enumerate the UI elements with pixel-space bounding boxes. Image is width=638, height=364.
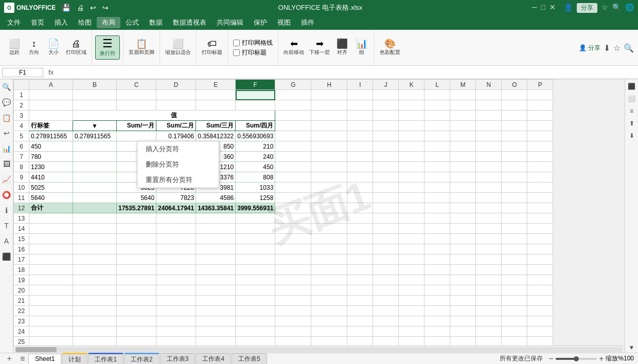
move-back-button[interactable]: ➡ 下移一层 — [307, 38, 332, 57]
tab-work2[interactable]: 工作表2 — [124, 353, 160, 365]
col-header-B[interactable]: B — [73, 80, 117, 90]
page-breaks-button[interactable]: ☰ 换行符 — [95, 35, 120, 60]
col-header-F[interactable]: F — [236, 80, 275, 90]
text-sidebar-icon[interactable]: T — [3, 220, 10, 231]
menu-plugin[interactable]: 插件 — [296, 17, 320, 28]
col-header-L[interactable]: L — [424, 80, 450, 90]
grid-container: 插入分页符 删除分页符 重置所有分页符 买面1 A B C D E F — [13, 79, 625, 353]
col-header-K[interactable]: K — [399, 80, 424, 90]
font-sidebar-icon[interactable]: A — [3, 235, 10, 247]
formula-input[interactable] — [57, 68, 636, 77]
share-button[interactable]: 分享 — [577, 3, 597, 13]
menu-formula[interactable]: 公式 — [120, 17, 144, 28]
col-header-N[interactable]: N — [476, 80, 502, 90]
margins-button[interactable]: ⬜ 边距 — [5, 38, 24, 57]
print-titles-checkbox[interactable]: 打印标题 — [231, 48, 269, 58]
menu-draw[interactable]: 绘图 — [73, 17, 97, 28]
col-header-E[interactable]: E — [196, 80, 236, 90]
rs-icon-bottom[interactable]: ▼ — [627, 342, 636, 353]
print-gridlines-checkbox[interactable]: 打印网格线 — [231, 38, 275, 48]
star-icon[interactable]: ☆ — [601, 3, 608, 13]
insert-break-item[interactable]: 插入分页符 — [137, 141, 219, 157]
add-sheet-button[interactable]: ＋ — [2, 352, 16, 364]
share-right-button[interactable]: 👤 分享 — [579, 43, 600, 52]
table-sidebar-icon[interactable]: 📋 — [1, 112, 12, 123]
grid-scroll[interactable]: 买面1 A B C D E F G H I J — [13, 79, 625, 345]
tab-work5[interactable]: 工作表5 — [232, 353, 267, 365]
col-header-H[interactable]: H — [311, 80, 347, 90]
block-sidebar-icon[interactable]: ⬛ — [1, 251, 12, 262]
menu-collab[interactable]: 共同编辑 — [211, 17, 249, 28]
chart-sidebar-icon[interactable]: 📊 — [1, 143, 12, 154]
bookmark-icon[interactable]: ☆ — [613, 43, 621, 52]
scale-fit-button[interactable]: ⬜ 缩放以适合 — [163, 38, 193, 57]
menu-pivot[interactable]: 数据透视表 — [168, 17, 211, 28]
globe-icon[interactable]: 🌐 — [625, 3, 634, 13]
horizontal-scrollbar[interactable] — [13, 345, 625, 353]
undo-sidebar-icon[interactable]: ↩ — [2, 128, 11, 139]
maximize-icon[interactable]: □ — [541, 3, 545, 13]
tab-work1[interactable]: 工作表1 — [88, 353, 123, 365]
print-area-button[interactable]: 🖨 打印区域 — [64, 38, 88, 57]
tab-work3[interactable]: 工作表3 — [160, 353, 196, 365]
menu-file[interactable]: 文件 — [2, 17, 26, 28]
col-header-C[interactable]: C — [117, 80, 156, 90]
zoom-in-button[interactable]: + — [599, 354, 604, 363]
minimize-icon[interactable]: ─ — [532, 3, 537, 13]
col-header-I[interactable]: I — [347, 80, 373, 90]
orientation-button[interactable]: ↕ 方向 — [25, 38, 43, 57]
rs-icon-4[interactable]: ⬆ — [628, 118, 636, 129]
print-icon[interactable]: 🖨 — [77, 4, 84, 12]
account-icon[interactable]: 👤 — [564, 3, 573, 13]
size-button[interactable]: 📄 大小 — [44, 38, 63, 57]
comment-sidebar-icon[interactable]: 💬 — [1, 97, 12, 108]
menu-protect[interactable]: 保护 — [249, 17, 272, 28]
search-sidebar-icon[interactable]: 🔍 — [1, 81, 12, 93]
col-header-J[interactable]: J — [373, 80, 399, 90]
tab-work4[interactable]: 工作表4 — [196, 353, 231, 365]
col-header-A[interactable]: A — [29, 80, 73, 90]
circle-sidebar-icon[interactable]: ⭕ — [1, 189, 12, 201]
logo-icon: O — [4, 3, 14, 13]
zoom-out-button[interactable]: − — [549, 354, 554, 363]
search-icon[interactable]: 🔍 — [612, 3, 621, 13]
redo-icon[interactable]: ↪ — [102, 4, 109, 12]
graph-sidebar-icon[interactable]: 📈 — [1, 174, 12, 185]
download-icon[interactable]: ⬇ — [604, 43, 610, 52]
menu-insert[interactable]: 插入 — [49, 17, 73, 28]
col-header-O[interactable]: O — [502, 80, 527, 90]
save-icon[interactable]: 💾 — [62, 4, 70, 12]
menu-home[interactable]: 首页 — [26, 17, 49, 28]
menu-layout[interactable]: 布局 — [97, 17, 120, 28]
info-sidebar-icon[interactable]: ℹ — [4, 205, 9, 216]
delete-break-item[interactable]: 删除分页符 — [137, 157, 219, 172]
search-toolbar-icon[interactable]: 🔍 — [624, 43, 634, 52]
move-forward-button[interactable]: ⬅ 向前移动 — [281, 38, 306, 57]
rs-icon-1[interactable]: ⬛ — [626, 81, 637, 92]
close-icon[interactable]: ✕ — [550, 3, 556, 13]
fx-button[interactable]: fx — [45, 68, 57, 76]
table-row: 8 1230 1230 1190 1210 450 — [14, 162, 553, 172]
undo-icon[interactable]: ↩ — [90, 4, 96, 12]
image-sidebar-icon[interactable]: 🖼 — [2, 158, 12, 170]
print-titles-button[interactable]: 🏷 打印标题 — [200, 38, 224, 57]
menu-data[interactable]: 数据 — [144, 17, 168, 28]
tab-plan[interactable]: 计划 — [62, 353, 87, 365]
group-button[interactable]: 📊 组 — [352, 38, 371, 57]
menu-view[interactable]: 视图 — [272, 17, 296, 28]
col-header-D[interactable]: D — [156, 80, 196, 90]
color-config-button[interactable]: 🎨 色彩配置 — [378, 38, 402, 57]
rs-icon-2[interactable]: ⬜ — [626, 94, 637, 104]
header-footer-button[interactable]: 📋 页眉和页脚 — [127, 38, 156, 57]
align-button[interactable]: ⬛ 对齐 — [333, 38, 351, 57]
col-header-M[interactable]: M — [450, 80, 476, 90]
col-header-G[interactable]: G — [275, 80, 311, 90]
cell-reference-input[interactable] — [2, 68, 43, 77]
group-icon: 📊 — [356, 39, 367, 48]
rs-icon-3[interactable]: ≡ — [628, 106, 635, 116]
rs-icon-5[interactable]: ⬇ — [628, 131, 636, 141]
sheets-menu-button[interactable]: ≡ — [17, 353, 28, 365]
reset-breaks-item[interactable]: 重置所有分页符 — [137, 172, 219, 188]
col-header-P[interactable]: P — [527, 80, 553, 90]
tab-sheet1[interactable]: Sheet1 — [28, 354, 61, 364]
